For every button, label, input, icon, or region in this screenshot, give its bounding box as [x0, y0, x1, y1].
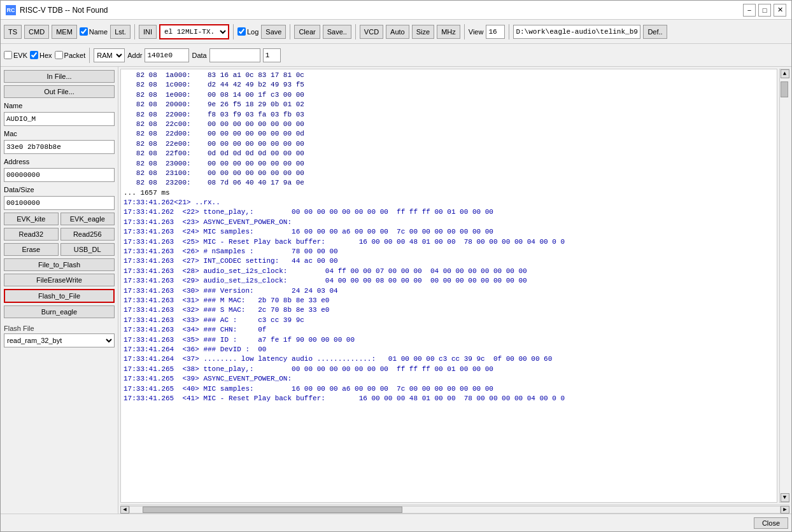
savedots-button[interactable]: Save.. — [323, 25, 351, 39]
mac-field-label: Mac — [4, 130, 115, 137]
def-button[interactable]: Def.. — [643, 25, 667, 39]
log-line: 17:33:41.263 <29> audio_set_i2s_clock: 0… — [124, 276, 774, 286]
minimize-button[interactable]: − — [743, 4, 756, 17]
cmd-button[interactable]: CMD — [24, 25, 49, 39]
main-window: RC RISC-V TDB -- Not Found − □ ✕ TS CMD … — [0, 0, 792, 532]
file-to-flash-button[interactable]: File_to_Flash — [4, 258, 115, 271]
log-line: 17:33:41.263 <25> MIC - Reset Play back … — [124, 237, 774, 247]
name-checkbox-group: Name — [80, 27, 108, 36]
data-label: Data — [192, 52, 206, 59]
save-button[interactable]: Save — [261, 25, 286, 39]
file-erase-write-button[interactable]: FileEraseWrite — [4, 274, 115, 286]
function-dropdown[interactable]: read_ram_32_byt — [4, 333, 115, 347]
log-line: 17:33:41.263 <23> ASYNC_EVENT_POWER_ON: — [124, 218, 774, 227]
log-wrapper: 82 08 1a000: 83 16 a1 0c 83 17 81 0c 82 … — [118, 67, 791, 505]
close-window-button[interactable]: ✕ — [774, 4, 786, 17]
port-dropdown[interactable]: el 12MLI-TX. — [159, 24, 229, 39]
content-area: 82 08 1a000: 83 16 a1 0c 83 17 81 0c 82 … — [118, 67, 791, 514]
auto-button[interactable]: Auto — [386, 25, 409, 39]
separator-6 — [509, 24, 509, 39]
ts-button[interactable]: TS — [4, 25, 22, 39]
path-input[interactable]: D:\work\eagle-audio\telink_b91m_mic_sd — [513, 25, 640, 39]
hscroll-right-button[interactable]: ▶ — [781, 506, 789, 514]
log-line: 17:33:41.265 <41> MIC - Reset Play back … — [124, 394, 774, 403]
data-input[interactable] — [209, 48, 260, 62]
vertical-scrollbar[interactable]: ▲ ▼ — [779, 69, 789, 503]
app-icon: RC — [6, 5, 16, 15]
ram-select[interactable]: RAM ROM Flash — [94, 48, 125, 62]
mac-input[interactable]: 33e0 2b708b8e — [4, 140, 115, 154]
evk-eagle-button[interactable]: EVK_eagle — [60, 213, 115, 225]
addr-input[interactable]: 1401e0 — [145, 48, 189, 62]
log-line: 17:33:41.263 <33> ### AC : c3 cc 39 9c — [124, 316, 774, 325]
separator-5 — [464, 24, 465, 39]
erase-button[interactable]: Erase — [4, 243, 59, 256]
scroll-thumb[interactable] — [781, 81, 788, 97]
separator-7 — [89, 48, 90, 63]
hscroll-thumb[interactable] — [143, 507, 402, 513]
title-bar: RC RISC-V TDB -- Not Found − □ ✕ — [1, 1, 791, 20]
log-line: 82 08 22e00: 00 00 00 00 00 00 00 00 — [124, 139, 774, 149]
maximize-button[interactable]: □ — [758, 4, 771, 17]
separator-4 — [355, 24, 356, 39]
log-line: 82 08 20000: 9e 26 f5 18 29 0b 01 02 — [124, 100, 774, 109]
usb-dl-button[interactable]: USB_DL — [60, 243, 115, 256]
log-line: 82 08 22c00: 00 00 00 00 00 00 00 00 — [124, 120, 774, 129]
view-input[interactable]: 16 — [486, 25, 505, 39]
num-input[interactable]: 1 — [263, 48, 281, 62]
packet-checkbox[interactable] — [55, 51, 63, 59]
evk-kite-button[interactable]: EVK_kite — [4, 213, 59, 225]
hex-label: Hex — [39, 52, 52, 59]
close-button[interactable]: Close — [754, 517, 788, 529]
hex-checkbox[interactable] — [30, 51, 38, 59]
address-input[interactable]: 00000000 — [4, 168, 115, 182]
title-bar-left: RC RISC-V TDB -- Not Found — [6, 5, 108, 15]
in-file-button[interactable]: In File... — [4, 70, 115, 83]
addr-label: Addr — [127, 52, 142, 59]
log-line: 82 08 22000: f8 03 f9 03 fa 03 fb 03 — [124, 110, 774, 120]
data-size-input[interactable]: 00100000 — [4, 196, 115, 210]
scroll-up-button[interactable]: ▲ — [781, 69, 789, 78]
mhz-button[interactable]: MHz — [437, 25, 460, 39]
hscroll-track[interactable] — [129, 506, 781, 514]
log-line: 17:33:41.263 <26> # nSamples : 78 00 00 … — [124, 247, 774, 256]
name-checkbox[interactable] — [80, 27, 88, 36]
log-line: 17:33:41.263 <28> audio_set_i2s_clock: 0… — [124, 267, 774, 276]
data-size-field-label: Data/Size — [4, 186, 115, 193]
lst-button[interactable]: Lst. — [110, 25, 131, 39]
vcd-button[interactable]: VCD — [360, 25, 383, 39]
status-bar: Close — [1, 514, 791, 531]
out-file-button[interactable]: Out File... — [4, 85, 115, 98]
log-display[interactable]: 82 08 1a000: 83 16 a1 0c 83 17 81 0c 82 … — [120, 69, 777, 503]
log-checkbox-group: Log — [237, 27, 258, 36]
hscroll-left-button[interactable]: ◀ — [120, 506, 129, 514]
name-label: Name — [89, 28, 108, 36]
window-title: RISC-V TDB -- Not Found — [20, 6, 108, 15]
scroll-track[interactable] — [781, 78, 789, 493]
name-field-label: Name — [4, 102, 115, 109]
mem-button[interactable]: MEM — [52, 25, 77, 39]
main-content: In File... Out File... Name AUDIO_M Mac … — [1, 67, 791, 514]
horizontal-scrollbar[interactable]: ◀ ▶ — [120, 505, 789, 514]
read256-button[interactable]: Read256 — [60, 228, 115, 241]
size-button[interactable]: Size — [412, 25, 434, 39]
separator-2 — [233, 24, 234, 39]
log-line: 17:33:41.263 <31> ### M MAC: 2b 70 8b 8e… — [124, 296, 774, 305]
read32-button[interactable]: Read32 — [4, 228, 59, 241]
log-label: Log — [247, 28, 258, 36]
flash-file-section: Flash File read_ram_32_byt — [4, 323, 115, 347]
name-input[interactable]: AUDIO_M — [4, 112, 115, 126]
clear-button[interactable]: Clear — [294, 25, 320, 39]
log-line: 82 08 22f00: 0d 0d 0d 0d 0d 00 00 00 — [124, 149, 774, 158]
burn-eagle-button[interactable]: Burn_eagle — [4, 305, 115, 318]
log-line: 17:33:41.265 <38> ttone_play,: 00 00 00 … — [124, 365, 774, 374]
log-line: 17:33:41.263 <24> MIC samples: 16 00 00 … — [124, 227, 774, 237]
ini-button[interactable]: INI — [139, 25, 157, 39]
evk-checkbox[interactable] — [4, 51, 12, 59]
sidebar: In File... Out File... Name AUDIO_M Mac … — [1, 67, 118, 514]
scroll-down-button[interactable]: ▼ — [781, 493, 789, 502]
log-checkbox[interactable] — [237, 27, 246, 36]
flash-to-file-button[interactable]: Flash_to_File — [4, 289, 115, 303]
hex-checkbox-group: Hex — [30, 51, 52, 59]
separator-3 — [290, 24, 290, 39]
